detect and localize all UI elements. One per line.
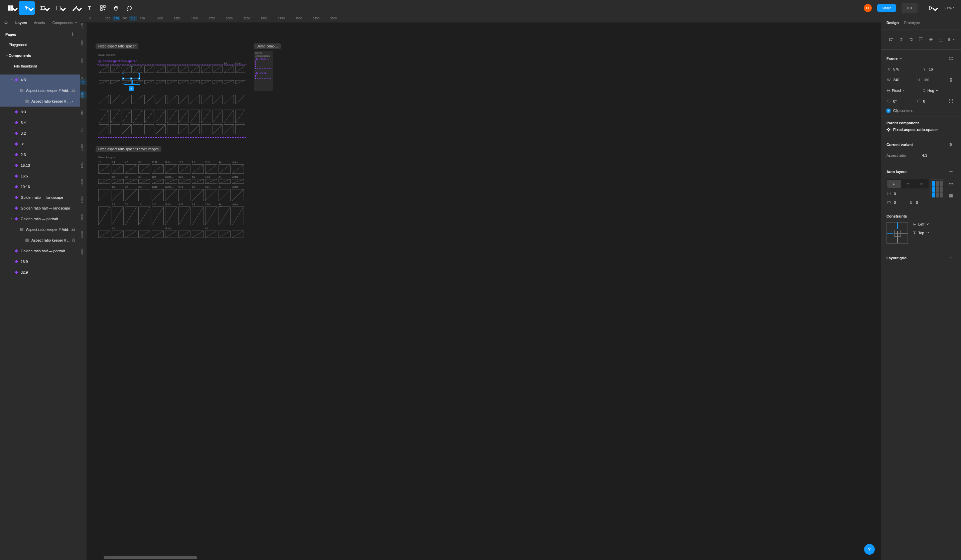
layer-item[interactable]: Aspect ratio keeper # Additio… [0, 235, 80, 246]
rotation-input[interactable] [892, 98, 913, 104]
present-button[interactable] [923, 2, 939, 15]
layers-tab[interactable]: Layers [14, 19, 28, 26]
align-more-button[interactable] [946, 35, 956, 44]
hpad-input[interactable] [893, 199, 906, 206]
align-left-button[interactable] [887, 35, 896, 44]
section-label-2[interactable]: Fixed aspect ratio spacer's cover images [96, 146, 161, 152]
pen-tool[interactable] [67, 2, 83, 15]
h-input[interactable] [922, 77, 943, 83]
individual-padding-button[interactable] [946, 191, 956, 201]
vertical-ruler[interactable]: -750-500-2500250500750100012501500175020… [80, 23, 87, 560]
layer-item[interactable]: Golden ratio half — portrait [0, 246, 80, 256]
align-right-button[interactable] [906, 35, 916, 44]
layer-item[interactable]: Aspect ratio keeper # Additionally … [0, 85, 80, 96]
canvas-horizontal-scrollbar[interactable] [93, 556, 881, 559]
frame-type-dropdown[interactable]: Frame [887, 55, 902, 62]
add-variant-button[interactable]: + [129, 86, 133, 91]
y-input[interactable] [928, 66, 948, 72]
page-item[interactable]: File thumbnail [0, 61, 80, 72]
parent-component-link[interactable]: Fixed-aspect-ratio-spacer [887, 128, 956, 132]
remove-autolayout-button[interactable] [946, 167, 956, 177]
alignment-grid[interactable] [930, 179, 944, 199]
svg-line-82 [167, 125, 177, 134]
constraints-widget[interactable] [887, 222, 908, 244]
layer-item[interactable]: Golden ratio — landscape [0, 192, 80, 203]
help-button[interactable]: ? [864, 544, 875, 555]
layer-item[interactable]: 4:3 [0, 74, 80, 85]
svg-line-120 [219, 189, 230, 201]
user-avatar[interactable]: O [864, 4, 872, 12]
align-hcenter-button[interactable] [897, 35, 906, 44]
demo-item-1[interactable]: .Fixed… [255, 58, 269, 61]
layer-item[interactable]: Golden ratio half — landscape [0, 203, 80, 213]
layers-list[interactable]: 4:3Aspect ratio keeper # Additionally …A… [0, 74, 80, 560]
add-page-button[interactable] [71, 32, 74, 37]
demo-components-frame[interactable]: Demo components .Fixed… .Elem… [254, 51, 273, 91]
direction-wrap[interactable] [914, 180, 928, 188]
direction-vertical[interactable] [887, 180, 901, 188]
svg-point-151 [952, 183, 953, 184]
w-input[interactable] [892, 77, 913, 83]
gap-input[interactable] [893, 191, 913, 197]
page-item[interactable]: Components [0, 50, 80, 61]
canvas[interactable]: Fixed aspect ratio spacer Cover variants… [87, 23, 881, 560]
assets-tab[interactable]: Assets [32, 19, 46, 26]
direction-horizontal[interactable] [901, 180, 914, 188]
h-resize-dropdown[interactable]: Fixed [887, 87, 920, 94]
dev-mode-toggle[interactable] [902, 3, 918, 13]
shape-tool[interactable] [51, 2, 67, 15]
hand-tool[interactable] [109, 2, 123, 15]
move-tool[interactable] [19, 2, 35, 15]
v-resize-dropdown[interactable]: Hug [922, 87, 956, 94]
page-selector[interactable]: Components [53, 21, 77, 25]
resources-tool[interactable] [96, 2, 109, 15]
autolayout-direction[interactable] [887, 179, 929, 188]
main-menu-button[interactable] [3, 2, 19, 15]
resize-to-fit-button[interactable] [946, 54, 956, 63]
design-tab[interactable]: Design [887, 21, 899, 25]
search-button[interactable] [3, 19, 10, 26]
comment-tool[interactable] [123, 2, 136, 15]
layer-item[interactable]: 8:3 [0, 107, 80, 117]
page-item[interactable]: Playground [0, 39, 80, 50]
zoom-dropdown[interactable]: 21% [942, 6, 958, 10]
canvas-area[interactable]: 0250500750100012501500175020002250250027… [80, 16, 881, 560]
layer-item[interactable]: Aspect ratio keeper # Rotated…• [0, 96, 80, 107]
layer-item[interactable]: 2:3 [0, 149, 80, 160]
independent-corners-button[interactable] [946, 96, 956, 106]
layer-item[interactable]: 3:1 [0, 139, 80, 149]
layer-item[interactable]: 16:5 [0, 171, 80, 181]
vpad-input[interactable] [915, 199, 929, 206]
variant-settings-button[interactable] [946, 140, 956, 149]
component-set-label[interactable]: Fixed-aspect-ratio-spacer [98, 59, 137, 63]
corner-radius-input[interactable] [922, 98, 943, 104]
layer-item[interactable]: 10:16 [0, 181, 80, 192]
align-top-button[interactable] [916, 35, 926, 44]
prototype-tab[interactable]: Prototype [904, 21, 920, 25]
constraint-h-dropdown[interactable]: Left [913, 221, 956, 228]
layer-item[interactable]: 3:4 [0, 117, 80, 128]
horizontal-ruler[interactable]: 0250500750100012501500175020002250250027… [80, 16, 881, 23]
corner-radius-icon [916, 99, 921, 104]
text-tool[interactable] [83, 2, 96, 15]
layer-item[interactable]: 16:10 [0, 160, 80, 171]
share-button[interactable]: Share [877, 4, 896, 12]
constrain-proportions-button[interactable] [946, 75, 956, 85]
align-vcenter-button[interactable] [926, 35, 935, 44]
layer-item[interactable]: 16:9 [0, 256, 80, 267]
variant-value-input[interactable] [922, 152, 956, 159]
layer-item[interactable]: Golden ratio — portrait [0, 213, 80, 224]
demo-section-label[interactable]: Demo comp… [254, 43, 281, 49]
frame-tool[interactable] [35, 2, 51, 15]
clip-content-checkbox[interactable] [887, 109, 890, 112]
section-label[interactable]: Fixed aspect ratio spacer [96, 43, 138, 49]
layer-item[interactable]: Aspect ratio keeper # Additionally … [0, 224, 80, 235]
demo-item-2[interactable]: .Elem… [255, 72, 268, 74]
x-input[interactable] [892, 66, 913, 72]
layer-item[interactable]: 32:9 [0, 267, 80, 278]
autolayout-advanced-button[interactable] [946, 179, 956, 188]
constraint-v-dropdown[interactable]: Top [913, 229, 956, 236]
layer-item[interactable]: 3:2 [0, 128, 80, 139]
align-bottom-button[interactable] [936, 35, 946, 44]
add-layout-grid-button[interactable] [946, 253, 956, 263]
